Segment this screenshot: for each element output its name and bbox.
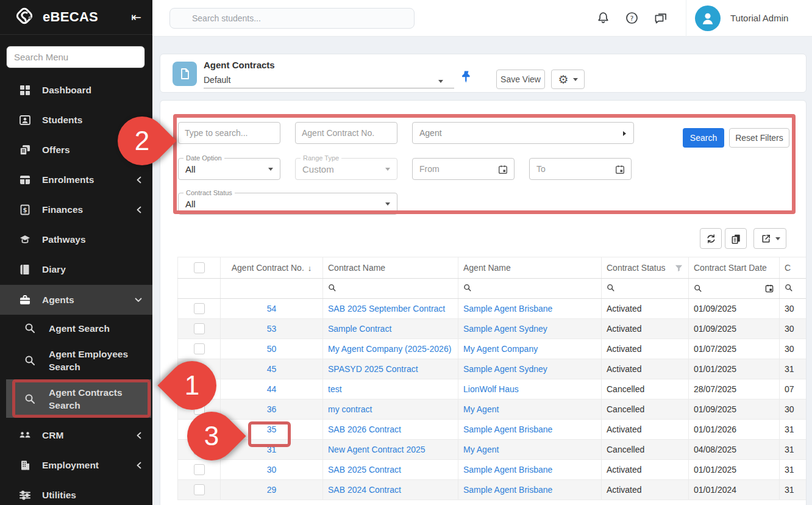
contract-no-link[interactable]: 35 [267, 424, 277, 434]
column-agent-contract-no[interactable]: Agent Contract No.↓ [221, 257, 323, 279]
contract-no-link[interactable]: 44 [267, 384, 277, 394]
search-icon [23, 322, 37, 334]
date-option-select[interactable]: Date Option All [178, 158, 280, 180]
settings-gear-button[interactable]: ⚙ [551, 70, 585, 89]
sidebar-item-students[interactable]: Students [0, 105, 152, 135]
agent-name-link[interactable]: Sample Agent Brisbane [463, 485, 552, 495]
sidebar-item-agent-employees-search[interactable]: Agent Employees Search [0, 342, 152, 379]
contract-name-link[interactable]: My Agent Company (2025-2026) [328, 344, 451, 354]
sidebar-item-pathways[interactable]: Pathways [0, 224, 152, 254]
row-checkbox[interactable] [194, 323, 205, 334]
contract-name-link[interactable]: SAB 2025 September Contract [328, 304, 445, 313]
column-contract-start-date[interactable]: Contract Start Date [689, 257, 780, 279]
contract-no-link[interactable]: 54 [267, 304, 277, 313]
view-select[interactable]: Default [204, 73, 454, 88]
contract-status-select[interactable]: Contract Status All [178, 193, 397, 215]
row-checkbox[interactable] [194, 384, 205, 395]
contract-no-link[interactable]: 36 [267, 404, 277, 414]
pin-icon[interactable] [460, 70, 472, 86]
contract-no-link[interactable]: 45 [267, 364, 277, 374]
contract-end-date-cell: 31 [780, 480, 807, 500]
sidebar-item-offers[interactable]: Offers [0, 135, 152, 165]
contract-name-link[interactable]: SAB 2025 Contract [328, 465, 401, 475]
filter-status-cell[interactable] [602, 279, 689, 299]
date-option-label: Date Option [183, 154, 224, 162]
agent-name-link[interactable]: Sample Agent Brisbane [463, 304, 552, 313]
avatar[interactable] [695, 5, 721, 31]
calendar-icon[interactable] [764, 284, 774, 293]
agent-name-link[interactable]: Sample Agent Brisbane [463, 465, 552, 475]
contract-name-link[interactable]: Sample Contract [328, 324, 391, 334]
agent-name-link[interactable]: My Agent Company [463, 344, 538, 354]
agent-name-link[interactable]: My Agent [463, 445, 499, 454]
row-checkbox[interactable] [194, 424, 205, 435]
agent-name-link[interactable]: LionWolf Haus [463, 384, 519, 394]
contract-no-input[interactable] [295, 122, 397, 144]
agent-name-link[interactable]: My Agent [463, 404, 499, 414]
contract-start-date-cell: 01/01/2026 [689, 420, 780, 440]
sidebar-item-crm[interactable]: CRM [0, 420, 152, 450]
contract-name-link[interactable]: SPASYD 2025 Contract [328, 364, 418, 374]
row-checkbox[interactable] [194, 404, 205, 415]
contract-no-link[interactable]: 50 [267, 344, 277, 354]
contract-no-link[interactable]: 53 [267, 324, 277, 334]
row-checkbox[interactable] [194, 484, 205, 495]
sidebar-item-enrolments[interactable]: Enrolments [0, 165, 152, 195]
column-contract-name[interactable]: Contract Name [323, 257, 458, 279]
contract-name-link[interactable]: New Agent Contract 2025 [328, 445, 426, 454]
copy-button[interactable] [725, 228, 747, 249]
row-checkbox[interactable] [194, 364, 205, 374]
sidebar-item-employment[interactable]: Employment [0, 450, 152, 480]
notifications-bell-icon[interactable] [596, 11, 611, 26]
column-agent-name[interactable]: Agent Name [458, 257, 602, 279]
agent-name-link[interactable]: Sample Agent Sydney [463, 364, 547, 374]
contract-no-link[interactable]: 30 [267, 465, 277, 475]
save-view-button[interactable]: Save View [496, 70, 545, 89]
agent-dropdown[interactable]: Agent [412, 122, 634, 144]
contract-name-link[interactable]: test [328, 384, 342, 394]
export-button[interactable] [753, 228, 786, 249]
sidebar-item-finances[interactable]: $ Finances [0, 195, 152, 224]
contract-no-link[interactable]: 29 [267, 485, 277, 495]
sidebar-item-agent-contracts-search[interactable]: Agent Contracts Search [6, 379, 151, 418]
from-date-input[interactable]: From [412, 158, 515, 180]
filter-start-date-cell[interactable] [689, 279, 780, 299]
filter-funnel-icon[interactable] [674, 263, 683, 273]
agent-name-link[interactable]: Sample Agent Brisbane [463, 424, 552, 434]
sidebar-item-label: Students [42, 113, 82, 126]
contract-name-link[interactable]: my contract [328, 404, 372, 414]
filter-contract-no-cell[interactable] [221, 279, 323, 299]
range-type-select[interactable]: Range Type Custom [295, 158, 397, 180]
filter-agent-name-cell[interactable] [458, 279, 602, 299]
column-contract-status[interactable]: Contract Status [602, 257, 689, 279]
sidebar-item-dashboard[interactable]: Dashboard [0, 75, 152, 105]
select-all-checkbox[interactable] [194, 262, 205, 273]
agents-icon [18, 294, 32, 306]
collapse-sidebar-icon[interactable]: ⇤ [131, 10, 141, 24]
menu-search-input[interactable] [6, 46, 145, 68]
contract-no-link[interactable]: 31 [267, 445, 277, 454]
sidebar-item-diary[interactable]: Diary [0, 254, 152, 284]
filter-contract-name-cell[interactable] [323, 279, 458, 299]
user-name[interactable]: Tutorial Admin [730, 13, 788, 23]
sidebar-item-agents[interactable]: Agents [0, 285, 152, 315]
chat-icon[interactable] [654, 11, 668, 26]
row-checkbox[interactable] [194, 444, 205, 455]
search-button[interactable]: Search [683, 128, 724, 148]
filter-end-date-cell[interactable] [780, 279, 807, 299]
to-date-input[interactable]: To [529, 158, 632, 180]
contract-name-link[interactable]: SAB 2026 Contract [328, 424, 401, 434]
row-checkbox[interactable] [194, 303, 205, 314]
contract-name-link[interactable]: SAB 2024 Contract [328, 485, 401, 495]
student-search-input[interactable] [169, 8, 415, 29]
row-checkbox[interactable] [194, 464, 205, 475]
sidebar-item-agent-search[interactable]: Agent Search [0, 315, 152, 342]
keyword-search-input[interactable] [178, 122, 280, 144]
row-checkbox[interactable] [194, 343, 205, 354]
sidebar-item-utilities[interactable]: Utilities [0, 480, 152, 505]
agent-name-link[interactable]: Sample Agent Sydney [463, 324, 547, 334]
column-contract-end-date[interactable]: C [780, 257, 807, 279]
reset-filters-button[interactable]: Reset Filters [729, 128, 789, 148]
help-icon[interactable]: ? [625, 11, 639, 26]
refresh-button[interactable] [700, 228, 722, 249]
